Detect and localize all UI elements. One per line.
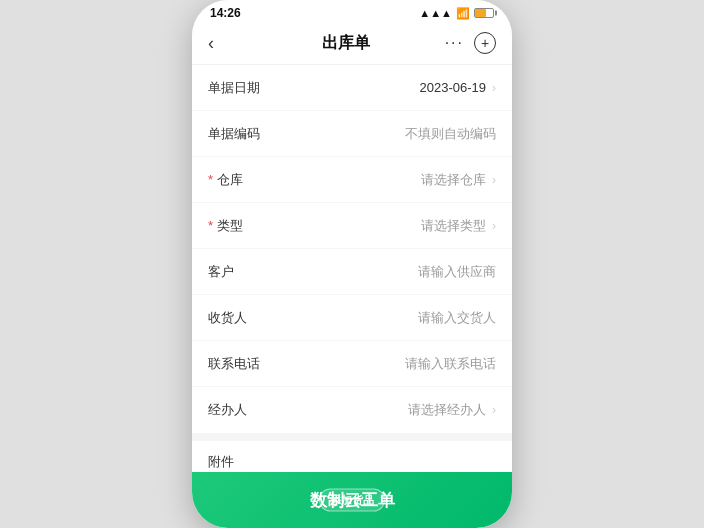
label-phone: 联系电话 (208, 355, 278, 373)
chevron-type-icon: › (492, 219, 496, 233)
signal-icon: ▲▲▲ (419, 7, 452, 19)
row-customer[interactable]: 客户 请输入供应商 (192, 249, 512, 295)
status-bar: 14:26 ▲▲▲ 📶 (192, 0, 512, 24)
page-title: 出库单 (322, 33, 370, 54)
more-button[interactable]: ··· (445, 34, 464, 52)
value-customer: 请输入供应商 (278, 263, 496, 281)
row-phone[interactable]: 联系电话 请输入联系电话 (192, 341, 512, 387)
value-type: 请选择类型 › (278, 217, 496, 235)
label-code: 单据编码 (208, 125, 278, 143)
value-phone: 请输入联系电话 (278, 355, 496, 373)
bottom-bar: 数制云工单 添加货品 (192, 472, 512, 528)
form-content: 单据日期 2023-06-19 › 单据编码 不填则自动编码 仓库 请选择仓库 … (192, 65, 512, 528)
primary-button[interactable]: 数制云工单 添加货品 (192, 472, 512, 528)
chevron-handler-icon: › (492, 403, 496, 417)
row-date[interactable]: 单据日期 2023-06-19 › (192, 65, 512, 111)
attachment-label: 附件 (208, 453, 496, 471)
label-customer: 客户 (208, 263, 278, 281)
header-right: ··· + (445, 32, 496, 54)
status-icons: ▲▲▲ 📶 (419, 7, 494, 20)
value-handler: 请选择经办人 › (278, 401, 496, 419)
label-type: 类型 (208, 217, 278, 235)
battery-icon (474, 8, 494, 18)
chevron-date-icon: › (492, 81, 496, 95)
add-button[interactable]: + (474, 32, 496, 54)
wifi-icon: 📶 (456, 7, 470, 20)
row-type[interactable]: 类型 请选择类型 › (192, 203, 512, 249)
chevron-warehouse-icon: › (492, 173, 496, 187)
value-code: 不填则自动编码 (278, 125, 496, 143)
value-warehouse: 请选择仓库 › (278, 171, 496, 189)
form-section-main: 单据日期 2023-06-19 › 单据编码 不填则自动编码 仓库 请选择仓库 … (192, 65, 512, 433)
back-button[interactable]: ‹ (208, 33, 214, 54)
value-receiver: 请输入交货人 (278, 309, 496, 327)
label-date: 单据日期 (208, 79, 278, 97)
row-receiver[interactable]: 收货人 请输入交货人 (192, 295, 512, 341)
phone-frame: 14:26 ▲▲▲ 📶 ‹ 出库单 ··· + 单据日期 2023-06-19 (192, 0, 512, 528)
status-time: 14:26 (210, 6, 241, 20)
value-date: 2023-06-19 › (278, 80, 496, 95)
header: ‹ 出库单 ··· + (192, 24, 512, 65)
label-receiver: 收货人 (208, 309, 278, 327)
row-code[interactable]: 单据编码 不填则自动编码 (192, 111, 512, 157)
secondary-button[interactable]: 添加货品 (319, 489, 385, 512)
header-left: ‹ (208, 33, 248, 54)
row-warehouse[interactable]: 仓库 请选择仓库 › (192, 157, 512, 203)
label-warehouse: 仓库 (208, 171, 278, 189)
row-handler[interactable]: 经办人 请选择经办人 › (192, 387, 512, 433)
label-handler: 经办人 (208, 401, 278, 419)
